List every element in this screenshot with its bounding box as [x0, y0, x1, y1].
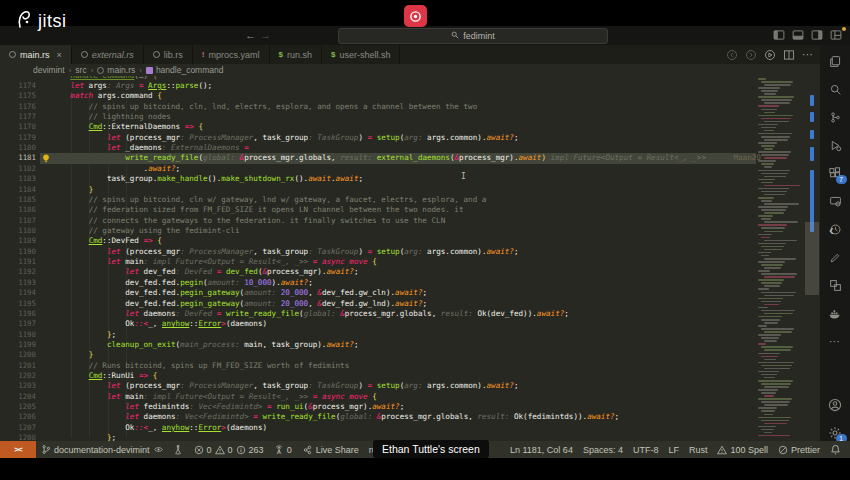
- minimap-line: [758, 325, 767, 327]
- status-live-share[interactable]: Live Share: [297, 441, 364, 458]
- code-line-1200[interactable]: 1200}: [0, 350, 850, 360]
- lightbulb-icon[interactable]: [42, 154, 50, 166]
- code-line-1203[interactable]: 1203let (process_mgr: ProcessManager, ta…: [0, 381, 850, 391]
- status-indentation[interactable]: Spaces: 4: [578, 441, 628, 458]
- code-line-1177[interactable]: 1177// lightning nodes: [0, 112, 850, 122]
- scrollbar-thumb[interactable]: [805, 222, 819, 295]
- filmstrip-toggle-icon[interactable]: ‹: [829, 222, 834, 238]
- code-line-1176[interactable]: 1176// spins up bitcoind, cln, lnd, elec…: [0, 102, 850, 112]
- tab-user-shell.sh[interactable]: $user-shell.sh: [322, 45, 400, 64]
- activity-run-debug[interactable]: [827, 137, 844, 154]
- code-line-1190[interactable]: 1190let (process_mgr: ProcessManager, ta…: [0, 247, 850, 257]
- tab-main.rs[interactable]: main.rs×: [0, 45, 72, 64]
- status-git-branch[interactable]: documentation-devimint: [36, 441, 169, 458]
- status-problems[interactable]: 00263: [189, 441, 269, 458]
- minimap-line: [761, 356, 778, 358]
- status-beaker[interactable]: [169, 441, 189, 458]
- activity-accounts[interactable]: [827, 396, 844, 413]
- close-icon[interactable]: ×: [57, 50, 62, 60]
- search-input[interactable]: fedimint: [338, 28, 608, 44]
- activity-more-views[interactable]: ⋯: [827, 333, 844, 350]
- code-line-1206[interactable]: 1206let daemons: Vec<Fedimintd> = write_…: [0, 412, 850, 422]
- code-line-1174[interactable]: 1174let args: Args = Args::parse();: [0, 81, 850, 91]
- activity-search[interactable]: [827, 81, 844, 98]
- code-lines[interactable]: handle_command(…) {1174let args: Args = …: [0, 71, 850, 444]
- code-line-1194[interactable]: 1194dev_fed.fed.pegin_gateway(amount: 20…: [0, 288, 850, 298]
- status-cursor-position[interactable]: Ln 1181, Col 64: [505, 441, 578, 458]
- code-line-1189[interactable]: 1189Cmd::DevFed => {: [0, 236, 850, 246]
- split-editor-icon[interactable]: [783, 49, 795, 61]
- activity-bar: 7⋯1: [820, 45, 850, 441]
- code-line-1185[interactable]: 1185// spins up bitcoind, cln w/ gateway…: [0, 195, 850, 205]
- status-notifications[interactable]: [825, 441, 846, 458]
- code-line-1187[interactable]: 1187// connects the gateways to the fede…: [0, 216, 850, 226]
- breadcrumb-item-handle_command[interactable]: handle_command: [146, 65, 224, 75]
- record-indicator-button[interactable]: [404, 5, 427, 27]
- code-line-1195[interactable]: 1195dev_fed.fed.pegin_gateway(amount: 20…: [0, 299, 850, 309]
- code-line-1181[interactable]: 1181write_ready_file(global: &process_mg…: [0, 153, 850, 163]
- status-remote-indicator[interactable]: ><: [0, 441, 36, 458]
- code-line-1193[interactable]: 1193dev_fed.fed.pegin(amount: 10_000).aw…: [0, 278, 850, 288]
- activity-remote-explorer[interactable]: [827, 193, 844, 210]
- status-spell-checker[interactable]: 100 Spell: [712, 441, 773, 458]
- tab-run.sh[interactable]: $run.sh: [270, 45, 322, 64]
- nav-forward-icon[interactable]: →: [258, 26, 273, 45]
- activity-source-control[interactable]: [827, 109, 844, 126]
- code-line-1201[interactable]: 1201// Runs bitcoind, spins up FM_FED_SI…: [0, 361, 850, 371]
- status-eol[interactable]: LF: [663, 441, 684, 458]
- tab-mprocs.yaml[interactable]: !mprocs.yaml: [193, 45, 270, 64]
- symbol-method-icon: [146, 67, 153, 74]
- tab-external.rs[interactable]: external.rs: [72, 45, 144, 64]
- code-line-1186[interactable]: 1186// federation sized from FM_FED_SIZE…: [0, 205, 850, 215]
- tab-label: mprocs.yaml: [209, 50, 260, 60]
- breadcrumb-item-devimint[interactable]: devimint: [33, 65, 65, 75]
- minimap-line: [761, 420, 789, 422]
- code-line-1191[interactable]: 1191let main: impl Future<Output = Resul…: [0, 257, 850, 267]
- code-line-1202[interactable]: 1202Cmd::RunUi => {: [0, 371, 850, 381]
- code-line-1204[interactable]: 1204let main: impl Future<Output = Resul…: [0, 392, 850, 402]
- code-line-1188[interactable]: 1188// gateway using the fedimint-cli: [0, 226, 850, 236]
- code-line-1183[interactable]: 1183task_group.make_handle().make_shutdo…: [0, 174, 850, 184]
- code-line-1197[interactable]: 1197Ok::<_, anyhow::Error>(daemons): [0, 319, 850, 329]
- code-line-1184[interactable]: 1184}: [0, 185, 850, 195]
- minimap-line: [758, 298, 783, 300]
- code-line-1178[interactable]: 1178Cmd::ExternalDaemons => {: [0, 122, 850, 132]
- code-line-1198[interactable]: 1198};: [0, 330, 850, 340]
- code-line-1205[interactable]: 1205let fedimintds: Vec<Fedimintd> = run…: [0, 402, 850, 412]
- activity-references[interactable]: [827, 277, 844, 294]
- activity-edit-tool[interactable]: [827, 249, 844, 266]
- run-circle-icon[interactable]: [764, 49, 776, 61]
- layout-sidebar-right-icon[interactable]: [811, 29, 823, 41]
- code-line-1192[interactable]: 1192let dev_fed: DevFed = dev_fed(&proce…: [0, 267, 850, 277]
- nav-back-icon[interactable]: ←: [243, 26, 258, 45]
- activity-explorer[interactable]: [827, 53, 844, 70]
- status-language-mode[interactable]: Rust: [684, 441, 713, 458]
- code-line-1175[interactable]: 1175match args.command {: [0, 91, 850, 101]
- code-line-1199[interactable]: 1199cleanup_on_exit(main_process: main, …: [0, 340, 850, 350]
- nav-back-circle-icon[interactable]: [726, 49, 738, 61]
- nav-forward-circle-icon[interactable]: [745, 49, 757, 61]
- status-encoding[interactable]: UTF-8: [628, 441, 664, 458]
- code-line-1179[interactable]: 1179let (process_mgr: ProcessManager, ta…: [0, 133, 850, 143]
- minimap-line: [761, 383, 791, 385]
- minimap-line: [761, 392, 776, 394]
- code-line-1207[interactable]: 1207Ok::<_, anyhow::Error>(daemons): [0, 423, 850, 433]
- minimap-line: [764, 84, 791, 86]
- minimap-line: [758, 407, 777, 409]
- layout-sidebar-left-icon[interactable]: [773, 29, 785, 41]
- breadcrumb-item-main.rs[interactable]: main.rs: [97, 65, 135, 75]
- more-ellipsis-icon[interactable]: ⋯: [802, 48, 814, 61]
- status-prettier[interactable]: Prettier: [773, 441, 825, 458]
- minimap[interactable]: [757, 76, 805, 441]
- code-line-1180[interactable]: 1180let _daemons: ExternalDaemons =: [0, 143, 850, 153]
- status-ports[interactable]: 0: [269, 441, 297, 458]
- tab-lib.rs[interactable]: lib.rs: [144, 45, 193, 64]
- activity-settings[interactable]: 1: [827, 424, 844, 441]
- code-line-1182[interactable]: 1182.await?;: [0, 164, 850, 174]
- code-line-1196[interactable]: 1196let daemons: DevFed = write_ready_fi…: [0, 309, 850, 319]
- activity-docker[interactable]: [827, 305, 844, 322]
- layout-customize-icon[interactable]: [830, 29, 842, 41]
- layout-panel-icon[interactable]: [792, 29, 804, 41]
- breadcrumb-item-src[interactable]: src: [75, 65, 86, 75]
- activity-extensions[interactable]: 7: [827, 165, 844, 182]
